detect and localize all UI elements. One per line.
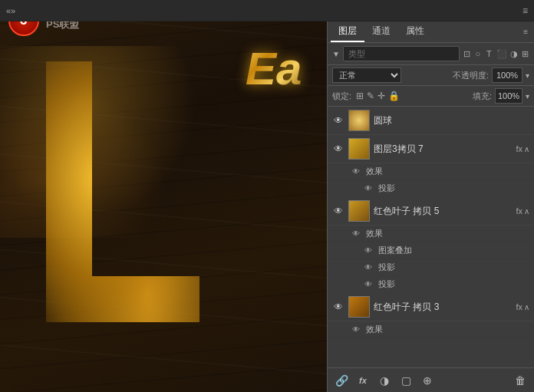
layer-thumbnail <box>348 200 370 222</box>
add-mask-button[interactable]: ◑ <box>377 373 392 388</box>
golden-text-ea: Ea <box>246 42 302 95</box>
layer-subitem-effects[interactable]: 👁 效果 <box>328 226 534 242</box>
layer-expand-arrow[interactable]: ∧ <box>524 207 529 216</box>
subitem-name: 效果 <box>366 166 383 177</box>
mask-icon[interactable]: ○ <box>474 47 483 61</box>
subitem-visibility[interactable]: 👁 <box>363 245 374 256</box>
panel-footer: 🔗 fx ◑ ▢ ⊕ 🗑 <box>328 367 534 392</box>
subitem-visibility[interactable]: 👁 <box>351 324 361 335</box>
layer-expand-arrow[interactable]: ∧ <box>524 145 529 153</box>
layer-visibility-toggle[interactable]: 👁 <box>332 114 344 127</box>
smart-icon[interactable]: ⊞ <box>521 47 529 61</box>
link-layers-button[interactable]: 🔗 <box>334 373 349 388</box>
panel-tabs: 图层 通道 属性 ≡ <box>328 21 534 43</box>
opacity-chevron[interactable]: ▾ <box>526 71 529 80</box>
tab-channels[interactable]: 通道 <box>364 21 398 42</box>
layer-visibility-toggle[interactable]: 👁 <box>332 205 344 217</box>
layer-thumbnail <box>348 110 370 131</box>
subitem-visibility[interactable]: 👁 <box>363 262 374 273</box>
layers-panel: 图层 通道 属性 ≡ ▼ ⊡ ○ T ⬛ ◑ ⊞ 正常 不透明度: ▾ 锁定: … <box>327 21 534 392</box>
tab-layers[interactable]: 图层 <box>331 21 364 42</box>
layer-thumbnail <box>348 296 370 318</box>
layer-visibility-toggle[interactable]: 👁 <box>332 301 344 313</box>
tab-properties[interactable]: 属性 <box>398 21 432 42</box>
fill-chevron[interactable]: ▾ <box>526 92 529 100</box>
search-input[interactable] <box>343 46 460 61</box>
flowers-decoration-left <box>0 46 215 238</box>
lock-transparent-icon[interactable]: ⊞ <box>356 91 364 101</box>
lock-image-icon[interactable]: ✎ <box>367 91 374 101</box>
subitem-name: 图案叠加 <box>378 245 412 256</box>
top-bar: «» ≡ <box>0 0 534 21</box>
subitem-name: 投影 <box>378 262 395 273</box>
new-layer-button[interactable]: ⊕ <box>420 373 435 388</box>
layer-expand-arrow[interactable]: ∧ <box>524 303 529 311</box>
add-fx-button[interactable]: fx <box>355 373 371 388</box>
fill-label: 填充: <box>473 91 492 102</box>
layer-name: 红色叶子 拷贝 5 <box>374 205 513 218</box>
filter-icon[interactable]: ⊡ <box>463 47 471 61</box>
subitem-name: 效果 <box>366 228 383 239</box>
adjustments-icon[interactable]: ◑ <box>510 47 519 61</box>
lock-label: 锁定: <box>332 91 351 102</box>
search-dropdown-icon[interactable]: ▼ <box>332 50 340 58</box>
layer-fx-badge: fx <box>516 302 522 311</box>
panel-search-row: ▼ ⊡ ○ T ⬛ ◑ ⊞ <box>328 43 534 65</box>
layer-fx-badge: fx <box>516 206 522 216</box>
subitem-visibility[interactable]: 👁 <box>363 183 374 194</box>
blend-opacity-row: 正常 不透明度: ▾ <box>328 65 534 86</box>
layer-name: 圆球 <box>374 114 529 127</box>
blend-mode-select[interactable]: 正常 <box>332 68 401 83</box>
layer-subitem-shadow2[interactable]: 👁 投影 <box>328 276 534 293</box>
new-group-button[interactable]: ▢ <box>398 373 414 388</box>
lock-all-icon[interactable]: 🔒 <box>388 91 400 101</box>
lock-position-icon[interactable]: ✛ <box>377 91 385 101</box>
opacity-label: 不透明度: <box>453 70 489 81</box>
layer-item[interactable]: 👁 红色叶子 拷贝 5 fx ∧ <box>328 197 534 226</box>
type-icon[interactable]: T <box>485 47 493 61</box>
subitem-name: 效果 <box>366 324 383 335</box>
shape-icon[interactable]: ⬛ <box>496 47 507 61</box>
subitem-name: 投影 <box>378 278 395 290</box>
subitem-visibility[interactable]: 👁 <box>351 229 361 239</box>
layer-item[interactable]: 👁 图层3拷贝 7 fx ∧ <box>328 135 534 163</box>
layer-subitem-effects-last[interactable]: 👁 效果 <box>328 321 534 338</box>
lock-fill-row: 锁定: ⊞ ✎ ✛ 🔒 填充: ▾ <box>328 86 534 107</box>
layer-item[interactable]: 👁 红色叶子 拷贝 3 fx ∧ <box>328 293 534 321</box>
top-bar-menu[interactable]: ≡ <box>522 5 528 16</box>
subitem-name: 投影 <box>378 183 395 194</box>
layer-visibility-toggle[interactable]: 👁 <box>332 143 344 155</box>
layer-name: 红色叶子 拷贝 3 <box>374 301 513 314</box>
layer-fx-badge: fx <box>516 144 522 153</box>
subitem-visibility[interactable]: 👁 <box>351 166 361 177</box>
layer-subitem-effects[interactable]: 👁 效果 <box>328 163 534 180</box>
layer-subitem-shadow[interactable]: 👁 投影 <box>328 180 534 197</box>
panel-menu-icon[interactable]: ≡ <box>520 28 531 36</box>
layer-item[interactable]: 👁 圆球 <box>328 107 534 135</box>
layer-thumbnail <box>348 138 370 160</box>
opacity-input[interactable] <box>492 68 522 83</box>
layer-subitem-pattern[interactable]: 👁 图案叠加 <box>328 242 534 259</box>
panel-collapse-arrows[interactable]: «» <box>6 6 15 15</box>
layers-list: 👁 圆球 👁 图层3拷贝 7 fx ∧ 👁 效果 👁 投影 👁 红色叶子 拷贝 … <box>328 107 534 367</box>
layer-subitem-shadow1[interactable]: 👁 投影 <box>328 259 534 276</box>
subitem-visibility[interactable]: 👁 <box>363 279 374 290</box>
delete-layer-button[interactable]: 🗑 <box>513 373 528 388</box>
fill-input[interactable] <box>495 88 522 104</box>
layer-name: 图层3拷贝 7 <box>374 143 513 156</box>
